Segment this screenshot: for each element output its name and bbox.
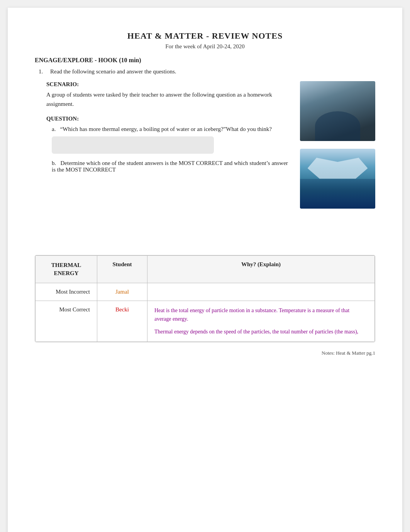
cell-jamal: Jamal: [97, 283, 147, 301]
cell-most-incorrect: Most Incorrect: [36, 283, 97, 301]
spacer: [35, 209, 375, 240]
sub-b-label: b. Determine which one of the student an…: [52, 160, 292, 173]
question-label: QUESTION:: [46, 116, 292, 122]
why-para-1: Heat is the total energy of particle mot…: [154, 306, 368, 324]
left-content: SCENARIO: A group of students were taske…: [46, 81, 292, 209]
table: THERMALENERGY Student Why? (Explain) Mos…: [35, 255, 375, 342]
col-student-header: Student: [97, 256, 147, 283]
boiling-pot-graphic: [300, 81, 375, 141]
page-subtitle: For the week of April 20-24, 2020: [35, 43, 375, 50]
right-images: [300, 81, 375, 209]
item-number: 1.: [39, 68, 47, 75]
page-footer: Notes: Heat & Matter pg.1: [35, 350, 375, 356]
thermal-energy-label: THERMALENERGY: [42, 261, 90, 277]
sub-b-text: Determine which one of the student answe…: [52, 160, 288, 173]
sub-a-text: “Which has more thermal energy, a boilin…: [60, 126, 272, 132]
iceberg-image: [300, 149, 375, 209]
boiling-pot-image: [300, 81, 375, 141]
table-row-correct: Most Correct Becki Heat is the total ene…: [36, 301, 375, 342]
table-section: THERMALENERGY Student Why? (Explain) Mos…: [35, 255, 375, 342]
item1-text: Read the following scenario and answer t…: [50, 68, 176, 75]
page-title: HEAT & MATTER - REVIEW NOTES: [35, 31, 375, 41]
cell-most-correct: Most Correct: [36, 301, 97, 342]
cell-why-incorrect: [147, 283, 375, 301]
iceberg-graphic: [300, 149, 375, 209]
sub-item-b: b. Determine which one of the student an…: [52, 160, 292, 173]
content-area: SCENARIO: A group of students were taske…: [46, 81, 375, 209]
page: HEAT & MATTER - REVIEW NOTES For the wee…: [8, 8, 402, 532]
cell-why-correct: Heat is the total energy of particle mot…: [147, 301, 375, 342]
table-row-incorrect: Most Incorrect Jamal: [36, 283, 375, 301]
why-text: Heat is the total energy of particle mot…: [154, 306, 368, 336]
scenario-text: A group of students were tasked by their…: [46, 90, 292, 109]
col-thermal-header: THERMALENERGY: [36, 256, 97, 283]
scenario-block: SCENARIO: A group of students were taske…: [46, 81, 292, 109]
sub-a-label: a. “Which has more thermal energy, a boi…: [52, 126, 292, 133]
scenario-label: SCENARIO:: [46, 81, 292, 88]
sub-b-marker: b.: [52, 160, 56, 166]
col-why-header: Why? (Explain): [147, 256, 375, 283]
why-para-2: Thermal energy depends on the speed of t…: [154, 328, 368, 336]
sub-item-a: a. “Which has more thermal energy, a boi…: [52, 126, 292, 154]
cell-becki: Becki: [97, 301, 147, 342]
answer-input-box[interactable]: [52, 136, 214, 154]
table-header-row: THERMALENERGY Student Why? (Explain): [36, 256, 375, 283]
sub-a-marker: a.: [52, 126, 56, 132]
numbered-item-1: 1. Read the following scenario and answe…: [39, 68, 375, 75]
section-header: ENGAGE/EXPLORE - HOOK (10 min): [35, 57, 375, 64]
